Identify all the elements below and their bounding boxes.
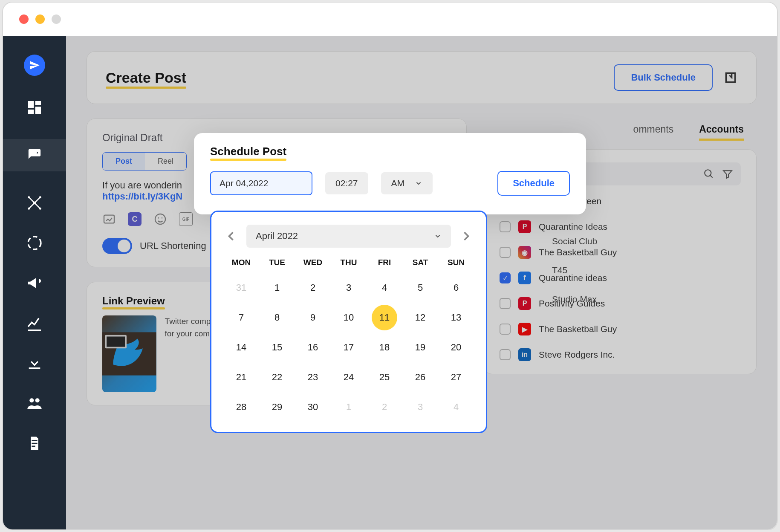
- calendar-day[interactable]: 14: [223, 338, 259, 357]
- modal-title: Schedule Post: [210, 145, 286, 158]
- megaphone-icon[interactable]: [26, 275, 43, 292]
- time-input[interactable]: 02:27: [325, 172, 368, 194]
- month-label: April 2022: [256, 231, 298, 242]
- calendar-day[interactable]: 20: [438, 338, 474, 357]
- lifebuoy-icon[interactable]: [26, 234, 43, 252]
- calendar-day[interactable]: 21: [223, 368, 259, 387]
- calendar-popover: April 2022 MONTUEWEDTHUFRISATSUN31123456…: [210, 211, 487, 433]
- calendar-day[interactable]: 8: [259, 308, 295, 327]
- svg-point-7: [35, 398, 40, 402]
- ampm-value: AM: [391, 178, 405, 188]
- calendar-dow: MON: [223, 258, 259, 267]
- svg-point-6: [29, 398, 34, 402]
- svg-point-5: [28, 237, 41, 249]
- calendar-dow: TUE: [259, 258, 295, 267]
- calendar-day[interactable]: 9: [295, 308, 331, 327]
- window-minimize-button[interactable]: [35, 14, 45, 24]
- calendar-day[interactable]: 23: [295, 368, 331, 387]
- calendar-day[interactable]: 1: [331, 398, 367, 416]
- calendar-dow: SAT: [402, 258, 438, 267]
- calendar-day[interactable]: 28: [223, 398, 259, 416]
- calendar-dow: WED: [295, 258, 331, 267]
- browser-window: Create Post Bulk Schedule Original Draft…: [2, 2, 778, 530]
- calendar-prev-button[interactable]: [223, 228, 239, 244]
- date-input[interactable]: Apr 04,2022: [210, 171, 312, 195]
- calendar-day[interactable]: 4: [438, 398, 474, 416]
- calendar-day[interactable]: 5: [402, 278, 438, 297]
- calendar-day[interactable]: 27: [438, 368, 474, 387]
- calendar-day[interactable]: 13: [438, 308, 474, 327]
- document-icon[interactable]: [26, 435, 43, 452]
- calendar-dow: FRI: [367, 258, 402, 267]
- network-icon[interactable]: [26, 194, 43, 211]
- calendar-day[interactable]: 1: [259, 278, 295, 297]
- calendar-dow: THU: [331, 258, 367, 267]
- calendar-day[interactable]: 10: [331, 308, 367, 327]
- schedule-post-modal: Schedule Post Apr 04,2022 02:27 AM Sched…: [194, 133, 586, 214]
- month-select[interactable]: April 2022: [246, 225, 451, 248]
- calendar-day[interactable]: 4: [367, 278, 402, 297]
- calendar-day[interactable]: 22: [259, 368, 295, 387]
- download-icon[interactable]: [26, 355, 43, 372]
- calendar-day[interactable]: 26: [402, 368, 438, 387]
- calendar-day[interactable]: 18: [367, 338, 402, 357]
- ampm-select[interactable]: AM: [381, 172, 433, 194]
- window-zoom-button[interactable]: [52, 14, 61, 24]
- calendar-day[interactable]: 24: [331, 368, 367, 387]
- dashboard-icon[interactable]: [26, 99, 43, 116]
- calendar-day[interactable]: 7: [223, 308, 259, 327]
- posts-icon[interactable]: [3, 139, 66, 171]
- calendar-day[interactable]: 16: [295, 338, 331, 357]
- schedule-button[interactable]: Schedule: [497, 171, 570, 196]
- calendar-day[interactable]: 12: [402, 308, 438, 327]
- calendar-next-button[interactable]: [459, 228, 474, 244]
- calendar-day[interactable]: 17: [331, 338, 367, 357]
- compose-icon[interactable]: [24, 55, 45, 76]
- sidebar: [3, 36, 66, 529]
- team-icon[interactable]: [26, 395, 43, 412]
- calendar-day[interactable]: 31: [223, 278, 259, 297]
- calendar-dow: SUN: [438, 258, 474, 267]
- calendar-day[interactable]: 30: [295, 398, 331, 416]
- calendar-day[interactable]: 19: [402, 338, 438, 357]
- calendar-day[interactable]: 3: [331, 278, 367, 297]
- calendar-day[interactable]: 2: [295, 278, 331, 297]
- window-close-button[interactable]: [19, 14, 29, 24]
- calendar-day[interactable]: 15: [259, 338, 295, 357]
- calendar-day[interactable]: 3: [402, 398, 438, 416]
- calendar-day[interactable]: 11: [367, 308, 402, 327]
- calendar-day[interactable]: 6: [438, 278, 474, 297]
- calendar-day[interactable]: 2: [367, 398, 402, 416]
- analytics-icon[interactable]: [26, 315, 43, 332]
- calendar-day[interactable]: 25: [367, 368, 402, 387]
- window-titlebar: [3, 3, 777, 36]
- calendar-day[interactable]: 29: [259, 398, 295, 416]
